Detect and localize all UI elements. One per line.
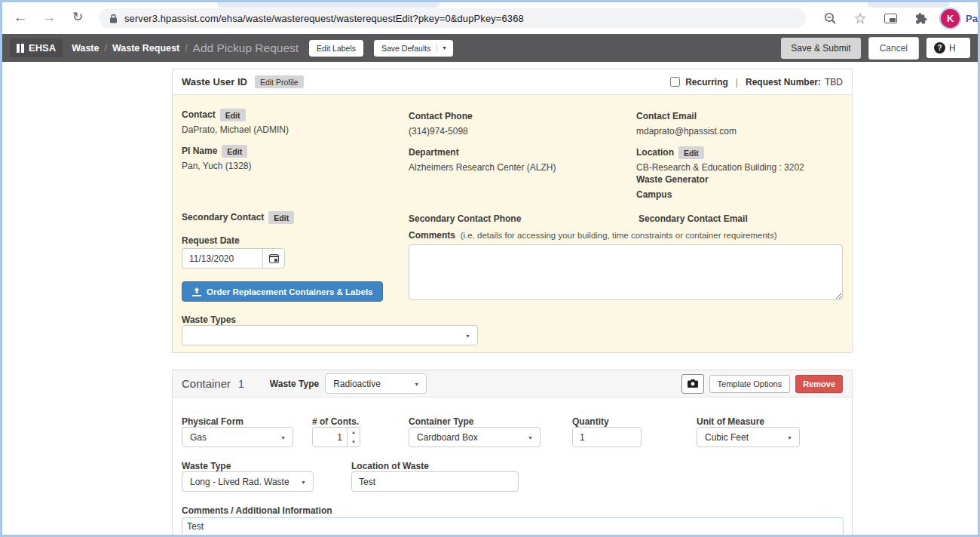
pi-name-label: PI NameEdit (182, 146, 247, 156)
physical-form-select[interactable]: Gas▼ (182, 427, 293, 447)
recurring-checkbox[interactable] (670, 77, 680, 87)
container-waste-type-select[interactable]: Radioactive ▼ (325, 373, 427, 394)
media-pip-icon[interactable] (880, 8, 900, 28)
breadcrumb-waste-request[interactable]: Waste Request (112, 43, 179, 54)
secondary-email-label: Secondary Contact Email (639, 213, 748, 224)
unit-of-measure-select[interactable]: Cubic Feet▼ (697, 427, 800, 447)
help-question-icon: ? (934, 42, 945, 54)
comments-textarea[interactable] (409, 244, 843, 300)
contact-value: DaPrato, Michael (ADMIN) (182, 124, 289, 135)
ehsa-logo-icon (17, 44, 24, 53)
divider: | (736, 77, 738, 87)
zoom-out-icon[interactable] (820, 8, 840, 28)
secondary-phone-label: Secondary Contact Phone (409, 213, 521, 224)
waste-type-item-select[interactable]: Long - Lived Rad. Waste▼ (182, 471, 314, 492)
waste-user-id-title: Waste User ID (182, 76, 247, 87)
location-edit-button[interactable]: Edit (678, 146, 704, 159)
department-label: Department (409, 147, 459, 158)
location-of-waste-input[interactable] (351, 471, 519, 492)
waste-types-label: Waste Types (182, 315, 236, 325)
container-title: Container (182, 377, 231, 390)
camera-icon (688, 379, 698, 388)
num-conts-input[interactable] (313, 428, 347, 446)
save-defaults-caret-icon[interactable]: ▾ (436, 44, 446, 51)
pickup-request-panel: Waste User ID Edit Profile Recurring | R… (172, 69, 853, 353)
ehsa-brand[interactable]: EHSA (10, 38, 63, 57)
container-type-label: Container Type (409, 416, 473, 427)
calendar-icon (269, 254, 279, 263)
location-label: LocationEdit (636, 147, 704, 158)
contact-label: ContactEdit (182, 109, 246, 120)
edit-labels-button[interactable]: Edit Labels (309, 40, 363, 57)
container-comments-textarea[interactable]: Test (182, 517, 844, 537)
contact-email-value: mdaprato@hpassist.com (636, 126, 737, 137)
brand-label: EHSA (29, 42, 56, 54)
container-comments-label: Comments / Additional Information (182, 505, 332, 516)
date-picker-button[interactable] (262, 248, 285, 268)
secondary-contact-edit-button[interactable]: Edit (268, 211, 294, 224)
location-value: CB-Research & Education Building : 3202 (636, 162, 804, 173)
num-conts-label: # of Conts. (312, 416, 359, 427)
quantity-label: Quantity (572, 416, 609, 427)
cancel-button[interactable]: Cancel (868, 37, 919, 60)
lock-icon (109, 14, 118, 23)
unit-of-measure-label: Unit of Measure (697, 416, 764, 427)
chevron-down-icon: ▼ (280, 434, 286, 440)
save-defaults-button[interactable]: Save Defaults ▾ (374, 40, 453, 57)
contact-edit-button[interactable]: Edit (220, 109, 246, 121)
stepper-up-icon[interactable]: ▲ (348, 428, 360, 437)
waste-generator-label: Waste Generator (636, 174, 709, 185)
browser-window: ← → ↻ server3.hpassist.com/ehsa/waste/wa… (0, 0, 980, 537)
breadcrumb-waste[interactable]: Waste (72, 43, 99, 54)
bookmark-star-icon[interactable]: ☆ (850, 8, 870, 28)
template-options-button[interactable]: Template Options (709, 375, 791, 393)
request-date-group (182, 248, 285, 268)
forward-icon[interactable]: → (40, 9, 58, 26)
remove-container-button[interactable]: Remove (795, 375, 843, 393)
tab-shape (868, 2, 949, 8)
campus-label: Campus (636, 189, 672, 200)
request-number-value: TBD (825, 77, 843, 87)
container-panel: Container 1 Waste Type Radioactive ▼ Tem… (172, 370, 853, 537)
chevron-down-icon: ▼ (528, 434, 533, 440)
chevron-down-icon: ▼ (414, 381, 419, 386)
edit-profile-button[interactable]: Edit Profile (255, 75, 304, 88)
upload-icon (192, 287, 201, 296)
profile-avatar[interactable]: K (941, 9, 960, 28)
secondary-contact-label: Secondary ContactEdit (182, 212, 294, 222)
back-icon[interactable]: ← (11, 9, 29, 26)
location-of-waste-label: Location of Waste (351, 461, 429, 471)
quantity-input[interactable] (572, 427, 642, 447)
num-conts-stepper: ▲ ▼ (312, 427, 360, 447)
breadcrumb-separator: / (104, 43, 106, 54)
container-type-select[interactable]: Cardboard Box▼ (409, 427, 541, 447)
waste-types-select[interactable]: ▼ (182, 325, 478, 345)
help-label: H (949, 43, 956, 54)
profile-name: Pa (966, 13, 978, 24)
reload-icon[interactable]: ↻ (69, 9, 87, 25)
chevron-down-icon: ▼ (465, 333, 470, 338)
photo-button[interactable] (681, 374, 704, 394)
stepper-down-icon[interactable]: ▼ (348, 437, 360, 447)
breadcrumb-separator: / (185, 43, 187, 54)
tab-shape (217, 2, 439, 8)
breadcrumb: Waste / Waste Request / Add Pickup Reque… (72, 41, 299, 55)
waste-type-item-label: Waste Type (182, 461, 231, 471)
address-bar[interactable]: server3.hpassist.com/ehsa/waste/wastereq… (99, 8, 806, 28)
contact-phone-label: Contact Phone (409, 111, 473, 121)
recurring-label: Recurring (685, 77, 728, 87)
comments-hint: (i.e. details for accessing your buildin… (461, 231, 777, 240)
pi-name-edit-button[interactable]: Edit (222, 145, 247, 158)
request-date-input[interactable] (182, 248, 262, 268)
chevron-down-icon: ▼ (301, 479, 306, 484)
app-navbar: EHSA Waste / Waste Request / Add Pickup … (2, 34, 978, 62)
browser-chrome: ← → ↻ server3.hpassist.com/ehsa/waste/wa… (2, 2, 978, 32)
extensions-puzzle-icon[interactable] (911, 8, 930, 28)
save-submit-button[interactable]: Save & Submit (781, 38, 860, 59)
contact-email-label: Contact Email (636, 111, 697, 121)
order-replacement-button[interactable]: Order Replacement Containers & Labels (182, 281, 383, 302)
help-button[interactable]: ? H (926, 38, 970, 58)
chevron-down-icon: ▼ (787, 434, 792, 440)
physical-form-label: Physical Form (182, 416, 243, 427)
request-date-label: Request Date (182, 235, 240, 246)
